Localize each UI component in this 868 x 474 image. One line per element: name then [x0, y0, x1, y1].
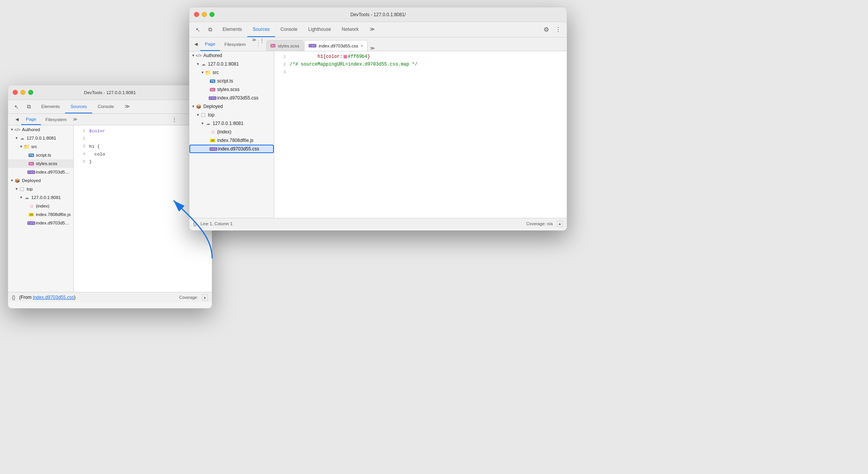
front-tab-index-css[interactable]: CSS index.d9703d55.css ×	[304, 40, 368, 51]
front-tab-more[interactable]: ≫	[364, 22, 380, 37]
back-main-tabs: Elements Sources Console ≫	[36, 100, 185, 113]
front-tree-index-js[interactable]: JS index.7808df6e.js	[189, 136, 274, 145]
back-tree-index-js[interactable]: JS index.7808df6e.js	[8, 210, 73, 219]
front-titlebar: DevTools - 127.0.0.1:8081/	[189, 7, 567, 22]
front-status-bar: {} Line 1, Column 1 Coverage: n/a ▲	[189, 218, 567, 229]
front-divider	[258, 40, 258, 49]
front-tab-network[interactable]: Network	[336, 22, 364, 37]
front-tab-sources[interactable]: Sources	[247, 22, 275, 37]
front-tree-index-html[interactable]: ◻ (index)	[189, 128, 274, 136]
front-fullscreen-btn[interactable]	[209, 12, 214, 17]
front-tab-styles-scss[interactable]: Sc styles.scss	[266, 40, 304, 51]
front-traffic-lights	[194, 12, 214, 17]
back-tab-sources[interactable]: Sources	[65, 100, 92, 113]
front-subtab-dots[interactable]: ⋮	[259, 37, 265, 51]
back-devtools-window: DevTools - 127.0.0.1:8081 ↖ ⧉ Elements S…	[8, 85, 212, 309]
front-tree-styles-scss[interactable]: Sc styles.scss	[189, 85, 274, 94]
front-layers-tool[interactable]: ⧉	[205, 24, 216, 35]
back-fullscreen-btn[interactable]	[28, 90, 33, 95]
front-more-btn[interactable]: ⋮	[553, 26, 564, 33]
back-subtab-page[interactable]: Page	[21, 114, 41, 125]
front-tab-styles-scss-label: styles.scss	[278, 44, 299, 48]
front-tree-index-css-authored[interactable]: CSS index.d9703d55.css	[189, 94, 274, 102]
front-editor-tabs: Sc styles.scss CSS index.d9703d55.css × …	[265, 37, 567, 51]
back-tree-index-css[interactable]: CSS index.d9703d55.css	[8, 168, 73, 176]
front-code-editor[interactable]: 1 h1{color:#ff69b4} 2 /*# sourceMappingU…	[274, 51, 567, 218]
back-subtab-dots[interactable]: ⋮	[172, 116, 177, 123]
front-scroll-btn[interactable]: ▲	[557, 221, 563, 227]
front-file-tree: ▼ </> Authored ▼ ☁ 127.0.0.1:8081 ▼ 📁 sr…	[189, 51, 274, 218]
front-tree-script-ts[interactable]: TS script.ts	[189, 77, 274, 85]
back-coverage-label: Coverage:	[179, 295, 198, 300]
back-sources-layout: ▼ </> Authored ▼ ☁ 127.0.0.1:8081 ▼ 📁 sr…	[8, 125, 212, 292]
front-tabs-row: ◀ Page Filesystem ≫ ⋮ Sc styles.scss CSS…	[189, 37, 567, 51]
front-toolbar: ↖ ⧉ Elements Sources Console Lighthouse …	[189, 22, 567, 37]
back-tree-authored[interactable]: ▼ </> Authored	[8, 125, 73, 134]
back-subtab-filesystem[interactable]: Filesystem	[41, 114, 71, 125]
back-tree-src[interactable]: ▼ 📁 src	[8, 142, 73, 151]
back-format-btn[interactable]: {}	[12, 294, 15, 300]
front-tree-host[interactable]: ▼ ☁ 127.0.0.1:8081	[189, 60, 274, 68]
back-tree-deployed[interactable]: ▼ 📦 Deployed	[8, 176, 73, 185]
front-cursor-tool[interactable]: ↖	[193, 24, 203, 35]
back-titlebar: DevTools - 127.0.0.1:8081	[8, 85, 212, 100]
front-code-line-1: 1 h1{color:#ff69b4}	[274, 53, 567, 61]
back-tree-deployed-css[interactable]: CSS index.d9703d55.css	[8, 219, 73, 227]
front-sources-layout: ▼ </> Authored ▼ ☁ 127.0.0.1:8081 ▼ 📁 sr…	[189, 51, 567, 218]
front-editor-tab-more[interactable]: ≫	[370, 46, 375, 51]
front-tab-lighthouse[interactable]: Lighthouse	[303, 22, 336, 37]
front-subtab-more[interactable]: ≫	[250, 37, 258, 51]
front-tree-deployed[interactable]: ▼ 📦 Deployed	[189, 102, 274, 111]
back-status-bar: {} (From index.d9703d55.css) Coverage: ▲	[8, 292, 212, 302]
front-devtools-window: DevTools - 127.0.0.1:8081/ ↖ ⧉ Elements …	[189, 7, 567, 231]
front-tree-deployed-css[interactable]: CSS index.d9703d55.css	[189, 145, 274, 153]
back-tab-more[interactable]: ≫	[119, 100, 135, 113]
back-tree-host[interactable]: ▼ ☁ 127.0.0.1:8081	[8, 134, 73, 142]
front-code-line-2: 2 /*# sourceMappingURL=index.d9703d55.cs…	[274, 61, 567, 68]
back-tree-script-ts[interactable]: TS script.ts	[8, 151, 73, 159]
back-tab-console[interactable]: Console	[92, 100, 119, 113]
color-swatch[interactable]	[343, 55, 347, 59]
front-subtab-page[interactable]: Page	[200, 37, 220, 51]
front-tree-authored[interactable]: ▼ </> Authored	[189, 51, 274, 60]
front-tab-elements[interactable]: Elements	[217, 22, 247, 37]
front-tab-index-css-close[interactable]: ×	[361, 43, 363, 49]
back-subtabs: ◀ Page Filesystem ≫ ⋮ script.ts	[8, 114, 212, 125]
front-format-btn[interactable]: {}	[193, 221, 197, 226]
front-code-line-3: 3	[274, 68, 567, 76]
back-toolbar: ↖ ⧉ Elements Sources Console ≫ ⚙ ⋮	[8, 100, 212, 114]
back-window-title: DevTools - 127.0.0.1:8081	[84, 90, 136, 95]
back-subtab-more[interactable]: ≫	[71, 117, 79, 122]
back-close-btn[interactable]	[13, 90, 18, 95]
front-tree-src[interactable]: ▼ 📁 src	[189, 68, 274, 77]
back-tree-styles-scss[interactable]: Sc styles.scss	[8, 159, 73, 168]
front-main-tabs: Elements Sources Console Lighthouse Netw…	[217, 22, 540, 37]
back-tree-index-html[interactable]: ◻ (index)	[8, 202, 73, 210]
front-subtab-filesystem[interactable]: Filesystem	[220, 37, 250, 51]
front-tree-deployed-host[interactable]: ▼ ☁ 127.0.0.1:8081	[189, 119, 274, 128]
back-traffic-lights	[13, 90, 33, 95]
front-position-label: Line 1, Column 1	[201, 221, 233, 226]
back-tree-top[interactable]: ▼ ☐ top	[8, 185, 73, 193]
front-gear-btn[interactable]: ⚙	[541, 26, 551, 33]
front-tree-top[interactable]: ▼ ☐ top	[189, 111, 274, 119]
back-tree-deployed-host[interactable]: ▼ ☁ 127.0.0.1:8081	[8, 193, 73, 202]
front-tab-index-css-label: index.d9703d55.css	[319, 44, 358, 48]
front-toggle-sidebar[interactable]: ◀	[192, 40, 200, 49]
front-window-title: DevTools - 127.0.0.1:8081/	[350, 12, 405, 17]
front-tab-console[interactable]: Console	[275, 22, 303, 37]
back-file-tree: ▼ </> Authored ▼ ☁ 127.0.0.1:8081 ▼ 📁 sr…	[8, 125, 74, 292]
front-coverage-label: Coverage: n/a	[526, 221, 553, 226]
back-tab-elements[interactable]: Elements	[36, 100, 65, 113]
back-from-label: (From index.d9703d55.css)	[19, 295, 76, 300]
back-cursor-tool[interactable]: ↖	[11, 101, 22, 112]
back-minimize-btn[interactable]	[20, 90, 25, 95]
back-scroll-btn[interactable]: ▲	[202, 294, 208, 300]
back-from-link[interactable]: index.d9703d55.css	[33, 295, 74, 300]
back-layers-tool[interactable]: ⧉	[24, 101, 34, 112]
back-toggle-sidebar[interactable]: ◀	[13, 115, 21, 124]
front-close-btn[interactable]	[194, 12, 199, 17]
front-minimize-btn[interactable]	[202, 12, 207, 17]
